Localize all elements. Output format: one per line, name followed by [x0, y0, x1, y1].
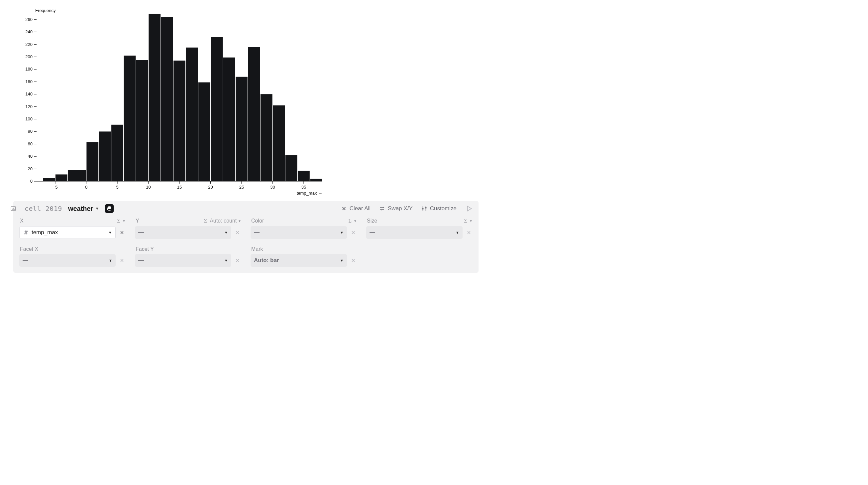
facet-y-clear-button[interactable]	[234, 257, 241, 264]
svg-text:40: 40	[28, 154, 33, 159]
svg-text:220: 220	[25, 42, 33, 47]
facet-x-field-select[interactable]: — ▼	[19, 254, 116, 267]
facet-x-clear-button[interactable]	[118, 257, 126, 264]
encoding-x: X Σ▼ # temp_max ▼	[19, 216, 126, 239]
color-field-select[interactable]: — ▼	[251, 226, 347, 239]
svg-text:↑ Frequency: ↑ Frequency	[32, 8, 56, 13]
caret-down-icon: ▼	[340, 258, 344, 262]
encoding-facet-y: Facet Y — ▼	[135, 245, 241, 267]
svg-text:140: 140	[25, 91, 33, 96]
svg-text:15: 15	[177, 184, 182, 190]
svg-rect-69	[310, 179, 322, 181]
svg-rect-65	[260, 94, 273, 181]
svg-text:0: 0	[30, 179, 33, 183]
svg-text:30: 30	[270, 184, 275, 190]
sigma-icon[interactable]: Σ	[464, 218, 467, 224]
mark-field-select[interactable]: Auto: bar ▼	[251, 254, 347, 267]
x-field-value: temp_max	[32, 229, 58, 236]
encoding-grid: X Σ▼ # temp_max ▼ Y Σ	[19, 216, 472, 267]
svg-text:260: 260	[25, 17, 33, 22]
color-clear-button[interactable]	[350, 229, 357, 236]
svg-text:temp_max →: temp_max →	[297, 191, 322, 196]
database-icon[interactable]	[105, 204, 114, 213]
caret-down-icon: ▼	[340, 230, 344, 234]
caret-down-icon: ▼	[469, 219, 472, 223]
svg-rect-68	[298, 171, 310, 181]
caret-down-icon: ▼	[224, 258, 228, 262]
cell-name[interactable]: cell 2019	[25, 205, 62, 212]
encoding-facet-x: Facet X — ▼	[19, 245, 126, 267]
facet-y-field-select[interactable]: — ▼	[135, 254, 231, 267]
close-icon	[119, 230, 125, 235]
clear-all-button[interactable]: Clear All	[341, 205, 371, 212]
swap-xy-button[interactable]: Swap X/Y	[379, 205, 413, 212]
svg-text:160: 160	[25, 79, 33, 84]
close-icon	[119, 258, 125, 263]
svg-rect-74	[14, 209, 14, 210]
svg-rect-62	[223, 58, 235, 181]
customize-label: Customize	[430, 205, 457, 212]
customize-button[interactable]: Customize	[422, 205, 457, 212]
mark-clear-button[interactable]	[350, 257, 357, 264]
close-icon	[350, 230, 356, 235]
svg-rect-60	[198, 83, 210, 181]
encoding-size: Size Σ▼ — ▼	[366, 216, 472, 239]
encoding-color: Color Σ▼ — ▼	[251, 216, 357, 239]
svg-rect-54	[124, 56, 136, 181]
svg-text:10: 10	[146, 184, 151, 190]
svg-rect-50	[68, 170, 86, 181]
dataset-select[interactable]: weather ▼	[68, 205, 99, 212]
numeric-type-icon: #	[23, 229, 29, 236]
y-field-select[interactable]: — ▼	[135, 226, 231, 239]
y-field-value: —	[138, 229, 144, 236]
svg-text:−5: −5	[53, 184, 58, 190]
caret-down-icon: ▼	[108, 258, 112, 262]
close-icon	[350, 258, 356, 263]
svg-rect-49	[56, 174, 67, 181]
y-clear-button[interactable]	[234, 229, 241, 236]
svg-rect-63	[236, 77, 248, 181]
svg-text:120: 120	[25, 104, 33, 109]
svg-rect-64	[248, 47, 260, 181]
size-clear-button[interactable]	[465, 229, 472, 236]
svg-rect-72	[12, 208, 12, 210]
clear-all-label: Clear All	[350, 205, 371, 212]
encoding-facet-y-label: Facet Y	[135, 246, 241, 252]
svg-rect-57	[161, 17, 173, 181]
size-field-value: —	[370, 229, 375, 236]
swap-xy-label: Swap X/Y	[388, 205, 413, 212]
x-field-select[interactable]: # temp_max ▼	[19, 226, 116, 239]
svg-rect-73	[13, 208, 13, 210]
close-icon	[341, 206, 347, 211]
x-clear-button[interactable]	[118, 229, 126, 236]
svg-rect-55	[136, 60, 148, 181]
sigma-icon[interactable]: Σ	[204, 218, 207, 224]
swap-icon	[379, 206, 385, 211]
svg-rect-56	[149, 14, 160, 181]
svg-text:60: 60	[28, 141, 33, 146]
encoding-y: Y Σ Auto: count ▼ — ▼	[135, 216, 241, 239]
size-field-select[interactable]: — ▼	[366, 226, 463, 239]
chart-config-panel: cell 2019 weather ▼ Clear All Swap X/Y	[13, 201, 478, 273]
sigma-icon[interactable]: Σ	[348, 218, 351, 224]
run-button[interactable]	[465, 205, 472, 212]
svg-text:0: 0	[85, 184, 87, 190]
svg-rect-52	[99, 132, 111, 181]
svg-text:80: 80	[28, 129, 33, 134]
svg-rect-48	[43, 178, 55, 181]
svg-rect-66	[273, 106, 285, 181]
encoding-mark-label: Mark	[251, 246, 357, 252]
encoding-x-label: X	[20, 218, 117, 224]
panel-toolbar: cell 2019 weather ▼ Clear All Swap X/Y	[19, 204, 472, 216]
caret-down-icon: ▼	[224, 230, 228, 234]
svg-rect-67	[285, 155, 298, 181]
svg-text:5: 5	[116, 184, 118, 190]
sigma-icon[interactable]: Σ	[117, 218, 120, 224]
y-auto-label: Auto: count	[210, 218, 237, 224]
facet-x-field-value: —	[23, 257, 28, 264]
encoding-color-label: Color	[251, 218, 348, 224]
svg-text:25: 25	[239, 184, 244, 190]
svg-text:180: 180	[25, 66, 33, 72]
dataset-label: weather	[68, 205, 93, 212]
svg-rect-53	[111, 125, 123, 181]
